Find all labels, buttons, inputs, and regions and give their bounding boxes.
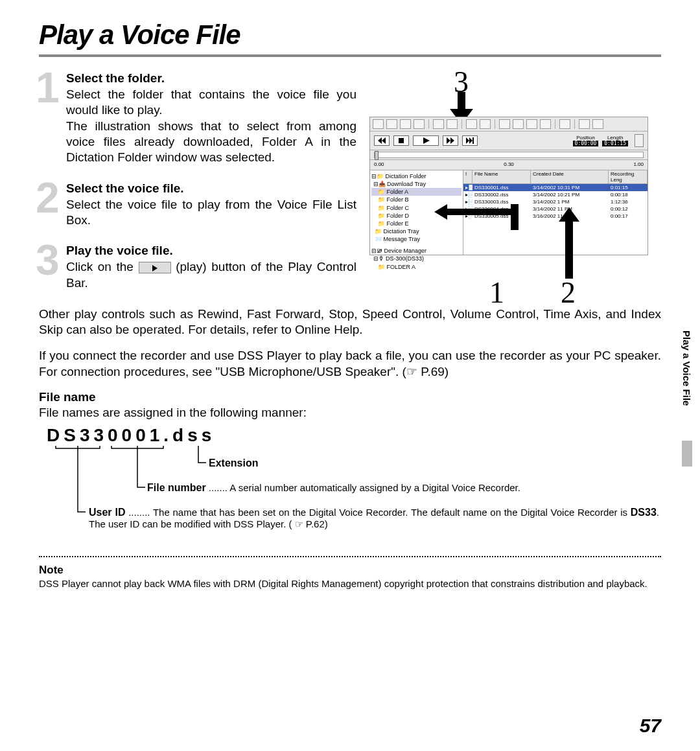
ruler-tick: 0.00 [374,161,384,167]
toolbar-button[interactable] [400,119,411,129]
col-length-header[interactable]: Recording Leng [609,170,648,183]
page-number: 57 [640,715,661,737]
step-number: 2 [36,176,60,219]
callout-number-2: 2 [561,275,576,310]
col-date-header[interactable]: Created Date [531,170,609,183]
toolbar-button[interactable] [386,119,397,129]
userid-default: DS33 [631,507,657,518]
tree-download[interactable]: Download Tray [387,181,426,187]
skip-button[interactable] [462,135,478,146]
volume-icon[interactable] [635,134,644,147]
ruler-tick: 1.00 [633,161,644,167]
step-1: 1 Select the folder. Select the folder t… [39,71,356,166]
note-body: DSS Player cannot play back WMA files wi… [39,578,661,590]
app-screenshot: Position 0:00:00 Length 0:01:15 0.00 0.3… [369,117,648,255]
toolbar-button[interactable] [499,119,510,129]
tree-device-manager[interactable]: Device Manager [384,248,427,254]
tree-folder-e[interactable]: Folder E [387,220,409,227]
toolbar-button[interactable] [373,119,384,129]
callout-number-1: 1 [489,275,504,310]
list-item[interactable]: ▸📄DS330002.dss3/14/2002 10:21 PM0:00:18 [463,191,648,198]
side-tab: Play a Voice File [681,330,692,406]
list-item[interactable]: ▸📄DS330001.dss3/14/2002 10:31 PM0:01:15 [463,184,648,191]
stop-button[interactable] [393,135,409,146]
tree-device-folder[interactable]: FOLDER A [387,264,416,270]
step-title: Select the voice file. [66,181,356,196]
toolbar-button[interactable] [513,119,524,129]
separator [39,556,661,557]
toolbar-button[interactable] [592,119,603,129]
toolbar-button[interactable] [559,119,570,129]
toolbar [370,117,648,132]
step-title: Play the voice file. [66,244,356,258]
file-list[interactable]: ! File Name Created Date Recording Leng … [463,170,648,255]
step-number: 1 [36,66,60,109]
step-title: Select the folder. [66,71,356,86]
cut-icon[interactable] [433,119,444,129]
filenumber-row: File number ....... A serial number auto… [147,482,659,494]
list-item[interactable]: ▸📄DS330004.dss3/14/2002 11 PM0:00:12 [463,205,648,213]
position-label: Position [573,135,599,141]
toolbar-button[interactable] [480,119,491,129]
step-2: 2 Select the voice file. Select the voic… [39,181,356,229]
tree-message-tray[interactable]: Message Tray [384,236,421,242]
check-icon[interactable] [579,119,590,129]
svg-marker-1 [378,137,382,144]
filenumber-desc: ....... A serial number automatically as… [206,482,520,493]
filename-breakdown: Extension File number ....... A serial n… [47,446,661,537]
userid-label: User ID [89,507,126,518]
tree-device[interactable]: DS-300(DS33) [386,255,424,262]
filename-heading: File name [39,390,661,404]
svg-marker-6 [450,137,454,144]
time-ruler: 0.00 0.30 1.00 [370,160,648,170]
toolbar-button[interactable] [466,119,477,129]
step-body: Click on the (play) button of the Play C… [66,259,356,291]
col-mark-header[interactable]: ! [463,170,472,183]
step-body-text: Click on the [66,260,139,273]
svg-marker-8 [469,137,472,144]
toolbar-button[interactable] [526,119,537,129]
toolbar-button[interactable] [447,119,458,129]
tree-folder-b[interactable]: Folder B [387,196,409,203]
ruler-tick: 0.30 [504,161,514,167]
position-indicator: Position 0:00:00 [573,135,599,146]
extension-label: Extension [209,457,258,469]
time-slider[interactable] [370,150,648,160]
toolbar-button[interactable] [540,119,551,129]
filename-intro: File names are assigned in the following… [39,406,661,420]
rewind-button[interactable] [374,135,390,146]
step-number: 3 [36,238,60,281]
svg-marker-5 [447,137,450,144]
step-body-text: The illustration shows that to select fr… [66,119,356,165]
list-item[interactable]: ▸📄DS330005.dss3/16/2002 11 PM0:00:17 [463,213,648,220]
userid-desc: ........ The name that has been set on t… [126,507,631,518]
tree-folder-c[interactable]: Folder C [387,205,410,211]
step-body: Select the folder that contains the voic… [66,87,356,166]
userid-row: User ID ........ The name that has been … [89,507,659,530]
step-body-text: Select the folder that contains the voic… [66,87,356,117]
note-heading: Note [39,564,661,577]
page-title: Play a Voice File [39,19,661,57]
svg-marker-7 [466,137,469,144]
length-value: 0:01:15 [602,141,628,146]
length-label: Length [602,135,628,141]
tree-folder-d[interactable]: Folder D [387,213,410,219]
length-indicator: Length 0:01:15 [602,135,628,146]
tree-root[interactable]: Dictation Folder [386,173,426,179]
list-item[interactable]: ▸📄DS330003.dss3/14/2002 1 PM1:12:36 [463,198,648,205]
step-body: Select the voice file to play from the V… [66,197,356,229]
play-button[interactable] [413,135,439,146]
list-header: ! File Name Created Date Recording Leng [463,170,648,184]
fastforward-button[interactable] [443,135,458,146]
tree-dictation-tray[interactable]: Dictation Tray [384,228,419,235]
play-control-bar: Position 0:00:00 Length 0:01:15 [370,132,648,150]
folder-tree[interactable]: ⊟📁 Dictation Folder ⊟📥 Download Tray 📁 F… [370,170,463,255]
svg-marker-2 [382,137,386,144]
paragraph: If you connect the recorder and use DSS … [39,348,661,380]
paragraph: Other play controls such as Rewind, Fast… [39,306,661,338]
col-filename-header[interactable]: File Name [472,170,531,183]
svg-marker-4 [423,137,430,144]
tree-folder-a[interactable]: Folder A [387,189,409,195]
toolbar-button[interactable] [414,119,425,129]
play-icon [139,262,171,273]
